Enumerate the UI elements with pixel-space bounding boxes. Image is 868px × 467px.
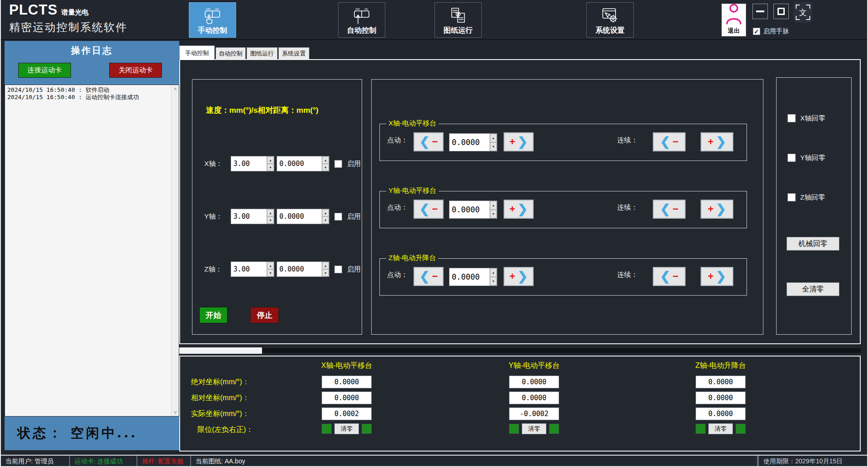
z-continuous-plus-button[interactable]: + ❯	[701, 267, 733, 286]
x-positive-limit-led	[362, 424, 372, 434]
x-continuous-minus-button[interactable]: ❮ −	[653, 132, 686, 151]
jog-group-x-title: X轴-电动平移台	[386, 119, 439, 128]
spin-up-icon[interactable]: ▲	[322, 262, 329, 269]
spin-up-icon[interactable]: ▲	[322, 156, 329, 164]
speed-settings-group: 速度：mm(°)/s相对距离：mm(°) X轴： 3.00 ▲▼ 0.0000 …	[192, 79, 362, 335]
status-value: 空闲中...	[71, 425, 137, 441]
scroll-down-icon[interactable]: ∨	[172, 409, 179, 415]
z-jog-minus-button[interactable]: ❮ −	[414, 267, 444, 286]
spin-down-icon[interactable]: ▼	[490, 277, 497, 286]
nav-button-drawing-run[interactable]: 图纸运行	[434, 2, 482, 38]
x-jog-minus-button[interactable]: ❮ −	[414, 132, 444, 151]
x-jog-distance-spinbox[interactable]: 0.0000 ▲▼	[449, 133, 497, 151]
x-enable-checkbox[interactable]	[334, 160, 342, 168]
z-speed-spinbox[interactable]: 3.00 ▲▼	[231, 261, 274, 277]
z-continuous-minus-button[interactable]: ❮ −	[653, 267, 686, 286]
spin-up-icon[interactable]: ▲	[490, 268, 497, 277]
spin-up-icon[interactable]: ▲	[267, 262, 274, 269]
spin-down-icon[interactable]: ▼	[322, 216, 329, 224]
manual-switch-icon: OFFON	[202, 6, 223, 26]
spin-up-icon[interactable]: ▲	[267, 156, 274, 164]
chevron-left-icon: ❮	[419, 203, 430, 216]
scroll-up-icon[interactable]: ∧	[172, 86, 179, 92]
x-jog-plus-button[interactable]: + ❯	[504, 132, 534, 151]
status-bar: 当前用户: 管理员 运动卡: 连接成功 摇杆: 配置失败 当前图纸: AA.bo…	[1, 455, 868, 467]
tab-auto-control[interactable]: 自动控制	[216, 47, 246, 60]
mechanical-home-button[interactable]: 机械回零	[787, 237, 839, 251]
exit-button[interactable]: 退出	[722, 4, 746, 36]
x-speed-spinbox[interactable]: 3.00 ▲▼	[231, 156, 274, 171]
log-scrollbar[interactable]: ∧ ∨	[171, 85, 179, 416]
jog-label: 点动：	[387, 136, 408, 145]
tab-manual-control[interactable]: 手动控制	[179, 45, 215, 60]
x-axis-label: X轴：	[204, 160, 222, 168]
y-home-checkbox[interactable]	[787, 154, 796, 162]
x-jog-distance-value: 0.0000	[449, 134, 490, 151]
spin-down-icon[interactable]: ▼	[322, 269, 329, 276]
log-area[interactable]: 2024/10/15 16:50:40 : 软件启动 2024/10/15 16…	[5, 85, 179, 417]
tab-label: 图纸运行	[250, 50, 274, 58]
corner-mark	[796, 5, 800, 9]
spin-down-icon[interactable]: ▼	[322, 164, 329, 171]
z-enable-checkbox[interactable]	[334, 266, 342, 273]
spin-down-icon[interactable]: ▼	[490, 142, 497, 151]
z-negative-limit-led	[696, 424, 706, 434]
svg-text:ON: ON	[215, 8, 219, 10]
y-jog-plus-button[interactable]: + ❯	[504, 200, 534, 219]
start-button[interactable]: 开始	[199, 307, 227, 323]
y-enable-checkbox[interactable]	[334, 213, 342, 221]
tab-drawing-run[interactable]: 图纸运行	[247, 47, 278, 60]
spin-up-icon[interactable]: ▲	[490, 201, 497, 210]
spin-down-icon[interactable]: ▼	[490, 210, 497, 218]
z-distance-spinbox[interactable]: 0.0000 ▲▼	[277, 261, 329, 277]
spin-up-icon[interactable]: ▲	[322, 209, 329, 216]
spin-down-icon[interactable]: ▼	[267, 164, 274, 171]
nav-button-manual-control[interactable]: OFFON 手动控制	[189, 2, 236, 38]
x-absolute-value: 0.0000	[322, 376, 372, 388]
axis-row-z: Z轴： 3.00 ▲▼ 0.0000 ▲▼ 启用	[192, 261, 363, 278]
spin-up-icon[interactable]: ▲	[490, 134, 497, 142]
x-distance-spinbox[interactable]: 0.0000 ▲▼	[277, 156, 329, 171]
connect-motion-card-button[interactable]: 连接运动卡	[18, 63, 71, 78]
close-motion-card-button[interactable]: 关闭运动卡	[109, 63, 162, 78]
y-jog-distance-spinbox[interactable]: 0.0000 ▲▼	[449, 201, 497, 219]
handwheel-checkbox[interactable]: ✓	[753, 28, 760, 35]
z-home-label: Z轴回零	[800, 193, 825, 202]
jog-group-x: X轴-电动平移台 点动： ❮ − 0.0000 ▲▼ + ❯ 连续： ❮ − +…	[379, 124, 747, 161]
homing-group: X轴回零 Y轴回零 Z轴回零 机械回零 全清零	[776, 77, 852, 335]
stop-button[interactable]: 停止	[250, 307, 279, 323]
y-actual-value: -0.0002	[509, 407, 559, 420]
minimize-button[interactable]	[752, 4, 768, 19]
y-distance-spinbox[interactable]: 0.0000 ▲▼	[277, 209, 329, 224]
y-absolute-value: 0.0000	[509, 376, 559, 388]
maximize-button[interactable]	[773, 4, 789, 19]
continuous-label: 连续：	[617, 203, 638, 212]
spin-down-icon[interactable]: ▼	[267, 269, 274, 276]
spin-down-icon[interactable]: ▼	[267, 216, 274, 224]
z-clear-button[interactable]: 清零	[708, 423, 733, 434]
nav-button-system-settings[interactable]: 系统设置	[586, 2, 634, 38]
z-home-checkbox[interactable]	[787, 193, 796, 201]
z-jog-distance-spinbox[interactable]: 0.0000 ▲▼	[449, 268, 497, 286]
x-actual-value: 0.0002	[322, 407, 372, 420]
tab-system-settings[interactable]: 系统设置	[278, 47, 309, 60]
tab-label: 系统设置	[282, 50, 306, 58]
y-jog-minus-button[interactable]: ❮ −	[414, 200, 444, 219]
nav-button-auto-control[interactable]: OFFON 自动控制	[338, 2, 385, 38]
y-relative-value: 0.0000	[509, 392, 559, 404]
z-jog-plus-button[interactable]: + ❯	[504, 267, 534, 286]
x-clear-button[interactable]: 清零	[334, 423, 359, 434]
y-speed-spinbox[interactable]: 3.00 ▲▼	[231, 209, 274, 224]
text-capture-button[interactable]: 文	[793, 2, 812, 23]
y-continuous-plus-button[interactable]: + ❯	[701, 200, 733, 219]
minimize-icon	[756, 10, 764, 12]
x-negative-limit-led	[322, 424, 332, 434]
x-continuous-plus-button[interactable]: + ❯	[701, 132, 733, 151]
spin-up-icon[interactable]: ▲	[267, 209, 274, 216]
splitter-handle[interactable]	[179, 347, 262, 354]
y-continuous-minus-button[interactable]: ❮ −	[653, 200, 686, 219]
x-home-checkbox[interactable]	[787, 114, 796, 122]
chevron-left-icon: ❮	[419, 271, 430, 283]
y-clear-button[interactable]: 清零	[522, 423, 546, 434]
clear-all-button[interactable]: 全清零	[787, 282, 839, 296]
